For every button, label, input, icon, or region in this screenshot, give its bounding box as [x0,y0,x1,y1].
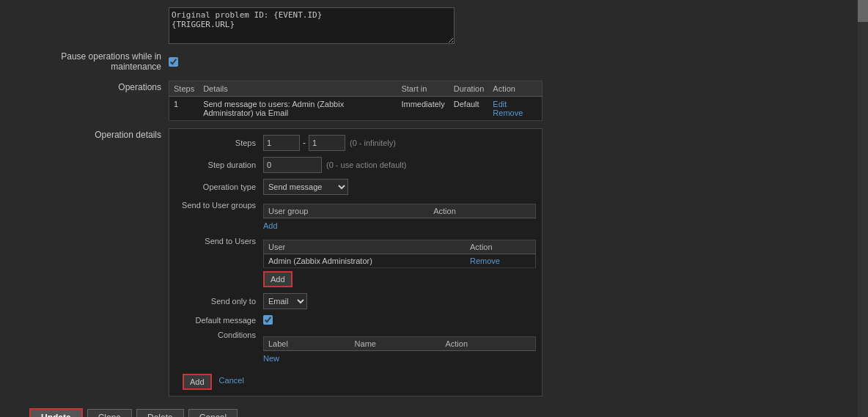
clone-button[interactable]: Clone [87,409,132,417]
u-col-user: User [264,240,466,254]
pause-label: Pause operations while in maintenance [15,51,169,72]
ops-step: 1 [169,97,199,121]
ops-col-startin: Start in [397,81,449,97]
pause-checkbox[interactable] [169,57,178,67]
conditions-new-link[interactable]: New [263,354,279,363]
op-type-select[interactable]: Send message Remote command [263,179,348,195]
ops-col-details: Details [199,81,397,97]
steps-from-input[interactable] [263,135,300,151]
user-groups-add-link[interactable]: Add [263,221,278,230]
message-textarea[interactable]: Original problem ID: {EVENT.ID} {TRIGGER… [169,7,455,44]
op-cancel-link[interactable]: Cancel [219,376,244,385]
step-duration-hint: (0 - use action default) [326,160,406,169]
op-type-label: Operation type [175,182,263,191]
message-label [15,7,169,44]
send-only-select[interactable]: Email SMS Jabber [263,293,307,309]
users-label: Send to Users [175,237,263,246]
op-add-button[interactable]: Add [183,374,212,390]
ug-col-action: Action [429,204,535,218]
op-details-label: Operation details [15,128,169,396]
ops-duration: Default [449,97,489,121]
ops-remove-link[interactable]: Remove [493,108,523,117]
ops-col-action: Action [488,81,542,97]
operations-label: Operations [15,81,169,121]
cond-col-action: Action [441,337,535,351]
cond-col-label: Label [264,337,350,351]
ops-col-steps: Steps [169,81,199,97]
ops-edit-link[interactable]: Edit [493,100,507,108]
conditions-label: Conditions [175,331,263,339]
user-groups-table: User group Action [263,204,536,218]
user-remove-link[interactable]: Remove [470,257,500,265]
step-duration-label: Step duration [175,160,263,169]
ops-startin: Immediately [397,97,449,121]
table-row: 1 Send message to users: Admin (Zabbix A… [169,97,542,121]
steps-to-input[interactable] [309,135,345,151]
scrollbar-track [858,0,868,417]
list-item: Admin (Zabbix Administrator) Remove [264,254,536,268]
send-only-label: Send only to [175,297,263,306]
user-name: Admin (Zabbix Administrator) [264,254,466,268]
default-msg-checkbox[interactable] [263,315,273,325]
delete-button[interactable]: Delete [136,409,184,417]
users-table: User Action Admin (Zabbix Administrator)… [263,240,536,268]
u-col-action: Action [466,240,535,254]
users-add-button[interactable]: Add [263,271,293,287]
step-duration-input[interactable] [263,157,322,173]
footer-buttons: Update Clone Delete Cancel [15,408,853,417]
cancel-button[interactable]: Cancel [188,409,238,417]
conditions-table: Label Name Action [263,336,536,351]
steps-hint: (0 - infinitely) [350,139,396,147]
op-details-box: Steps - (0 - infinitely) Step duration (… [169,128,542,396]
ops-action: Edit Remove [488,97,542,121]
user-action: Remove [466,254,535,268]
steps-dash: - [303,138,306,148]
update-button[interactable]: Update [29,408,83,417]
cond-col-name: Name [350,337,441,351]
ops-details: Send message to users: Admin (Zabbix Adm… [199,97,397,121]
steps-label: Steps [175,139,263,147]
default-msg-label: Default message [175,316,263,325]
ug-col-group: User group [264,204,430,218]
operations-table: Steps Details Start in Duration Action 1… [169,81,542,121]
scrollbar-thumb[interactable] [858,0,868,22]
user-groups-label: Send to User groups [175,201,263,210]
ops-col-duration: Duration [449,81,489,97]
